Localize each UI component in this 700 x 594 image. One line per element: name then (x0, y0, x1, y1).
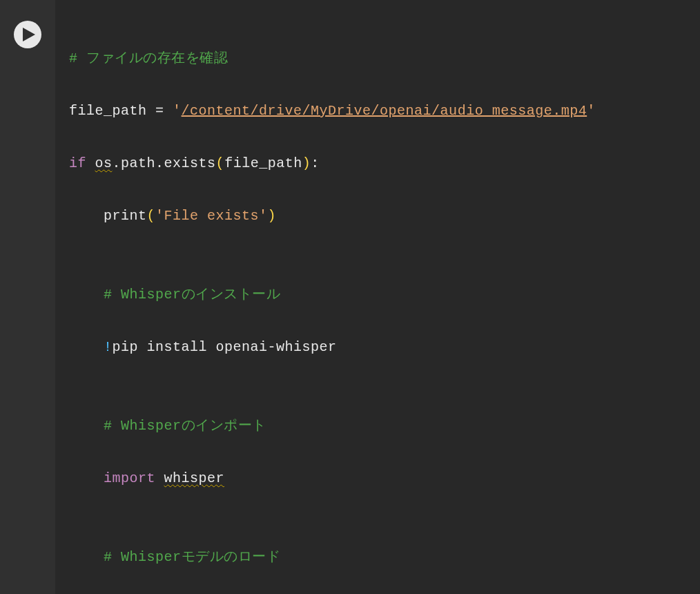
code-line: if os.path.exists(file_path): (69, 151, 686, 177)
comment: # Whisperモデルのロード (104, 549, 280, 565)
paren-close: ) (302, 155, 311, 171)
keyword-import: import (104, 470, 155, 486)
comment: # Whisperのインポート (104, 418, 266, 434)
code-line: import whisper (69, 466, 686, 492)
code-line: !pip install openai-whisper (69, 334, 686, 361)
module-name-warning: whisper (164, 470, 225, 486)
print-call: print (104, 208, 147, 224)
notebook-cell: # ファイルの存在を確認 file_path = '/content/drive… (0, 0, 700, 594)
play-icon (23, 28, 35, 41)
code-line: # Whisperモデルのロード (69, 544, 686, 571)
keyword-if: if (69, 155, 86, 171)
paren-open: ( (216, 155, 225, 171)
code-line: # ファイルの存在を確認 (69, 46, 686, 72)
identifier: file_path (69, 103, 147, 119)
code-line: # Whisperのインポート (69, 413, 686, 439)
file-path-string: /content/drive/MyDrive/openai/audio_mess… (182, 103, 587, 119)
code-editor[interactable]: # ファイルの存在を確認 file_path = '/content/drive… (55, 0, 700, 594)
code-line: # Whisperのインストール (69, 282, 686, 308)
run-cell-button[interactable] (14, 21, 41, 48)
cell-gutter (0, 0, 55, 594)
comment: # Whisperのインストール (104, 287, 280, 303)
shell-bang: ! (104, 339, 113, 355)
svg-marker-0 (23, 28, 35, 41)
string-literal: 'File exists' (155, 208, 268, 224)
code-line: file_path = '/content/drive/MyDrive/open… (69, 98, 686, 124)
code-line: print('File exists') (69, 203, 686, 229)
comment: # ファイルの存在を確認 (69, 50, 228, 66)
identifier-warning: os (95, 155, 113, 171)
